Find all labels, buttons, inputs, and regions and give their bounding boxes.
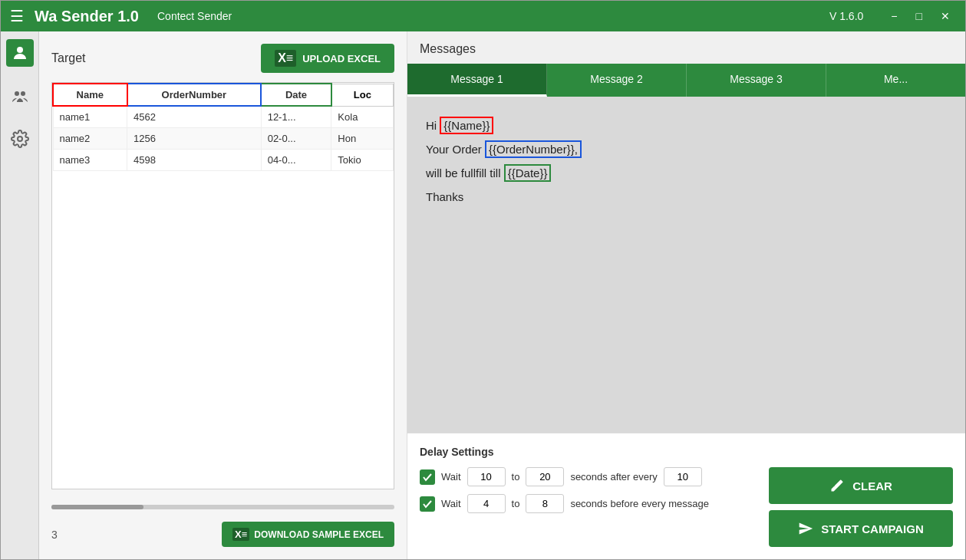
tab-message-2[interactable]: Message 2	[547, 64, 687, 97]
message-line-4: Thanks	[426, 186, 947, 207]
wait-label-2: Wait	[441, 498, 461, 509]
text-will-be: will be fullfill till	[426, 166, 504, 180]
eraser-icon	[829, 478, 845, 493]
col-order: OrderNumber	[127, 84, 262, 106]
message-line-3: will be fullfill till {{Date}}	[426, 163, 947, 183]
checkbox-1[interactable]	[420, 469, 435, 485]
svg-point-3	[18, 137, 22, 141]
excel-icon-small: X≡	[232, 528, 249, 541]
clear-label: CLEAR	[852, 479, 892, 492]
clear-button[interactable]: CLEAR	[769, 467, 953, 504]
message-line-1: Hi {{Name}}	[426, 115, 947, 136]
app-subtitle: Contect Sender	[157, 10, 232, 22]
sidebar	[1, 31, 39, 559]
text-your-order: Your Order	[426, 143, 485, 156]
panel-header: Target X≡ UPLOAD EXCEL	[51, 44, 394, 73]
table-row: name1 4562 12-1... Kola	[53, 106, 394, 128]
wait-label-1: Wait	[441, 471, 461, 483]
col-date: Date	[261, 84, 331, 106]
data-table: Name OrderNumber Date Loc name1 4562 12-…	[52, 83, 394, 171]
sidebar-item-group[interactable]	[6, 82, 34, 110]
table-row: name3 4598 04-0... Tokio	[53, 150, 394, 171]
message-tabs: Message 1 Message 2 Message 3 Me...	[407, 64, 965, 97]
wait-from-2[interactable]	[467, 494, 506, 513]
tag-order-number: {{OrderNumber}},	[485, 140, 582, 158]
version-label: V 1.6.0	[829, 10, 863, 22]
col-loc: Loc	[331, 84, 394, 106]
hamburger-icon[interactable]: ☰	[10, 7, 24, 25]
tab-message-1[interactable]: Message 1	[407, 64, 547, 97]
scrollbar-thumb	[51, 505, 143, 509]
minimize-button[interactable]: −	[885, 8, 903, 24]
tag-name: {{Name}}	[440, 117, 493, 134]
app-title: Wa Sender 1.0	[35, 8, 139, 25]
sidebar-item-contact[interactable]	[6, 39, 34, 67]
text-hi: Hi	[426, 119, 440, 132]
to-label-1: to	[512, 471, 520, 483]
svg-point-0	[17, 47, 23, 53]
start-campaign-button[interactable]: START CAMPAIGN	[769, 510, 953, 547]
title-bar-right: V 1.6.0 − □ ✕	[829, 8, 956, 24]
delay-title: Delay Settings	[420, 446, 953, 458]
start-campaign-label: START CAMPAIGN	[821, 522, 924, 535]
text-thanks: Thanks	[426, 190, 463, 203]
every-input[interactable]	[664, 467, 702, 486]
scrollbar-track[interactable]	[51, 505, 394, 509]
seconds-label-1: seconds after every	[570, 471, 657, 483]
delay-row-2: Wait to seconds before every message	[420, 494, 757, 513]
data-table-container: Name OrderNumber Date Loc name1 4562 12-…	[51, 82, 394, 489]
upload-label: UPLOAD EXCEL	[302, 53, 381, 64]
wait-to-2[interactable]	[526, 494, 564, 513]
sidebar-item-settings[interactable]	[6, 125, 34, 153]
wait-to-1[interactable]	[526, 467, 564, 486]
svg-point-1	[15, 91, 19, 96]
delay-section: Delay Settings Wait to	[407, 433, 965, 559]
wait-from-1[interactable]	[467, 467, 506, 486]
checkbox-2[interactable]	[420, 496, 435, 512]
tab-message-3[interactable]: Message 3	[687, 64, 826, 97]
delay-rows: Wait to seconds after every	[420, 467, 757, 521]
main-body: Target X≡ UPLOAD EXCEL Name OrderNumber …	[1, 31, 965, 559]
row-count: 3	[51, 529, 58, 541]
send-icon	[798, 521, 813, 536]
action-buttons: CLEAR START CAMPAIGN	[769, 467, 953, 547]
messages-header: Messages	[407, 31, 965, 64]
table-row: name2 1256 02-0... Hon	[53, 128, 394, 150]
message-line-2: Your Order {{OrderNumber}},	[426, 139, 947, 160]
maximize-button[interactable]: □	[910, 8, 928, 24]
title-bar: ☰ Wa Sender 1.0 Contect Sender V 1.6.0 −…	[1, 1, 965, 31]
left-panel: Target X≡ UPLOAD EXCEL Name OrderNumber …	[39, 31, 407, 559]
delay-row-1: Wait to seconds after every	[420, 467, 757, 486]
seconds-label-2: seconds before every message	[570, 498, 709, 509]
excel-icon: X≡	[275, 50, 296, 67]
to-label-2: to	[512, 498, 520, 509]
panel-footer: 3 X≡ DOWNLOAD SAMPLE EXCEL	[51, 522, 394, 547]
close-button[interactable]: ✕	[935, 8, 956, 24]
svg-point-2	[21, 91, 25, 96]
title-bar-left: ☰ Wa Sender 1.0 Contect Sender	[10, 7, 232, 25]
tag-date: {{Date}}	[504, 164, 552, 182]
panel-title: Target	[51, 51, 85, 65]
message-content: Hi {{Name}} Your Order {{OrderNumber}}, …	[407, 97, 965, 433]
tab-message-4[interactable]: Me...	[826, 64, 965, 97]
right-panel: Messages Message 1 Message 2 Message 3 M…	[407, 31, 965, 559]
col-name: Name	[53, 84, 127, 106]
download-sample-button[interactable]: X≡ DOWNLOAD SAMPLE EXCEL	[222, 522, 394, 547]
upload-excel-button[interactable]: X≡ UPLOAD EXCEL	[261, 44, 394, 73]
download-label: DOWNLOAD SAMPLE EXCEL	[254, 529, 384, 540]
